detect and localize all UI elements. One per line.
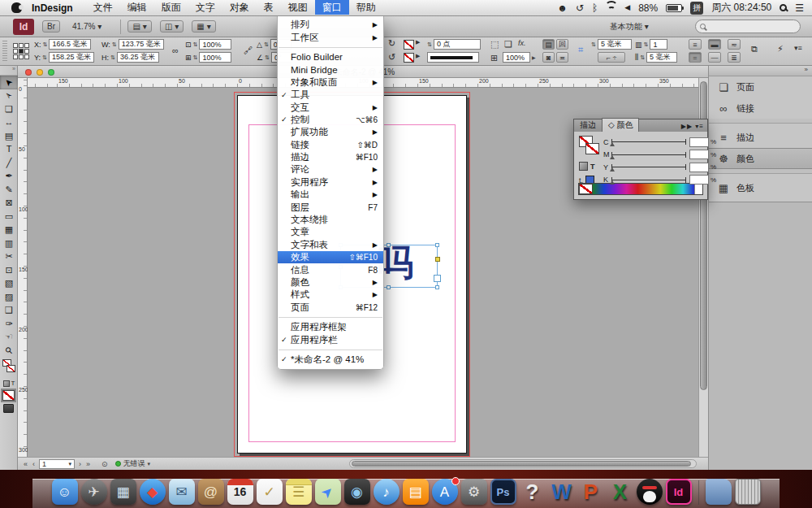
- panel-tab-页面[interactable]: ❏页面: [709, 76, 812, 98]
- type-tool[interactable]: T: [0, 143, 18, 157]
- opacity-icon[interactable]: ⊞: [490, 53, 498, 63]
- gutter-field[interactable]: ⫼⇅5 毫米: [635, 52, 677, 63]
- quick-apply-icon[interactable]: ⚡: [777, 44, 784, 54]
- gradient-feather-tool[interactable]: ▨: [0, 290, 18, 304]
- window-menu-item[interactable]: 文章: [278, 226, 383, 238]
- align-right-button[interactable]: ≂: [728, 39, 741, 50]
- gap-tool[interactable]: ↔: [0, 116, 18, 130]
- panel-dock-collapse[interactable]: »: [709, 66, 812, 76]
- direct-selection-tool[interactable]: ➢: [0, 89, 18, 103]
- fit-content-icon[interactable]: ⧉: [751, 44, 758, 54]
- panel-tab-描边[interactable]: ≡描边: [709, 127, 812, 148]
- panel-tab-颜色[interactable]: ☸颜色: [709, 148, 812, 169]
- page-tool[interactable]: ❏: [0, 102, 18, 116]
- window-menu-item[interactable]: 排列▶: [278, 19, 383, 31]
- fill-color-swatch[interactable]: [404, 40, 414, 50]
- panel-menu-icon[interactable]: ▾≡: [695, 123, 704, 130]
- dock-mail[interactable]: ✉: [169, 479, 195, 505]
- vertical-grid-tool[interactable]: ▥: [0, 237, 18, 250]
- dock-notes[interactable]: ☰: [286, 479, 312, 505]
- dock-contacts[interactable]: @: [198, 479, 224, 505]
- tab-color[interactable]: ◇ 颜色: [602, 118, 639, 132]
- dock-system-preferences[interactable]: ⚙: [461, 479, 487, 505]
- preflight-status[interactable]: 无错误: [123, 458, 145, 469]
- zoom-level-dropdown[interactable]: 41.7%▾: [68, 21, 106, 32]
- window-menu-item[interactable]: Folio Builder: [278, 51, 383, 63]
- reference-point-proxy[interactable]: [13, 43, 29, 59]
- selection-tool[interactable]: ➤: [0, 76, 18, 89]
- window-menu-item[interactable]: 描边⌘F10: [278, 151, 383, 163]
- window-menu-item[interactable]: ✓工具: [278, 89, 383, 101]
- window-menu-item[interactable]: 交互▶: [278, 101, 383, 113]
- stroke-arrow-icon[interactable]: ▶: [416, 53, 420, 59]
- menubar-clock[interactable]: 周六 08:24:50: [711, 1, 771, 15]
- window-menu-item[interactable]: ✓应用程序栏: [278, 333, 383, 345]
- page-number-field[interactable]: 1▾: [39, 459, 75, 469]
- dock-launchpad[interactable]: ✈: [81, 479, 107, 505]
- window-menu-item[interactable]: 应用程序框架: [278, 321, 383, 333]
- panel-collapse-icon[interactable]: ▶▶: [681, 123, 693, 130]
- text-toggle-icon[interactable]: T: [11, 380, 15, 387]
- notification-center-icon[interactable]: ☰: [795, 3, 804, 13]
- corner-radius-field[interactable]: ⇅5 毫米: [591, 39, 632, 50]
- slider-track[interactable]: [611, 141, 686, 142]
- y-position-field[interactable]: Y:⇅ 158.25 毫米: [34, 52, 94, 63]
- gradient-tool[interactable]: ▧: [0, 277, 18, 291]
- eyedropper-tool[interactable]: ✑: [0, 317, 18, 331]
- input-method-badge[interactable]: 拼: [690, 2, 703, 15]
- window-menu-item[interactable]: 工作区▶: [278, 31, 383, 43]
- arrange-documents-button[interactable]: ▦ ▾: [192, 20, 215, 33]
- corner-shape-dropdown[interactable]: ⌐ ÷: [598, 52, 625, 63]
- slider-value-field[interactable]: [689, 175, 709, 185]
- white-swatch[interactable]: [694, 184, 702, 194]
- stroke-type-dropdown[interactable]: [427, 52, 479, 63]
- menubar-item-窗口[interactable]: 窗口: [315, 0, 349, 15]
- text-toggle-icon[interactable]: T: [590, 163, 595, 171]
- dock-mission-control[interactable]: ▦: [110, 479, 136, 505]
- wifi-icon[interactable]: [606, 4, 616, 12]
- container-toggle-icon[interactable]: [579, 162, 588, 171]
- formatting-toggles[interactable]: T: [0, 379, 18, 389]
- last-page-button[interactable]: »: [84, 460, 93, 468]
- dock-word[interactable]: W: [549, 479, 575, 505]
- dock-photo-booth[interactable]: ◉: [344, 479, 370, 505]
- hand-tool[interactable]: ☜: [0, 331, 18, 345]
- menubar-item-视图[interactable]: 视图: [281, 0, 315, 15]
- columns-field[interactable]: ▥⇅1: [635, 39, 667, 50]
- rotate-cw-icon[interactable]: ↻: [388, 38, 395, 49]
- stroke-swatch[interactable]: [585, 143, 599, 154]
- qq-icon[interactable]: ☻: [557, 3, 568, 13]
- window-menu-item[interactable]: 颜色▶: [278, 276, 383, 289]
- screen-mode-button[interactable]: ◫ ▾: [160, 20, 184, 33]
- slider-track[interactable]: [611, 180, 686, 180]
- slider-value-field[interactable]: [689, 137, 709, 147]
- window-menu-item[interactable]: ✓*未命名-2 @ 41%: [278, 354, 383, 366]
- effects-fx-icon[interactable]: fx.: [518, 39, 526, 47]
- window-menu-item[interactable]: 输出▶: [278, 189, 383, 201]
- window-menu-item[interactable]: 对象和版面▶: [278, 76, 383, 89]
- width-field[interactable]: W:⇅ 123.75 毫米: [102, 39, 164, 50]
- dock-downloads-folder[interactable]: [706, 479, 732, 505]
- wrap-none-button[interactable]: ▤: [542, 39, 555, 50]
- dock-indesign[interactable]: Id: [666, 479, 692, 505]
- window-menu-item[interactable]: 评论▶: [278, 163, 383, 176]
- wrap-bounding-button[interactable]: 回: [556, 39, 568, 50]
- dock-unknown-app[interactable]: ?: [520, 479, 546, 505]
- frame-fitting-icon[interactable]: ⌗: [578, 45, 583, 55]
- dock-photoshop[interactable]: Ps: [490, 479, 516, 505]
- height-field[interactable]: H:⇅ 36.25 毫米: [102, 52, 159, 63]
- distribute-h-button[interactable]: ▬: [708, 39, 721, 50]
- align-top-button[interactable]: ≡: [689, 39, 702, 50]
- frame-handle-live-corner[interactable]: [435, 257, 440, 262]
- bridge-button[interactable]: Br: [42, 20, 60, 33]
- dock-finder[interactable]: ☺: [52, 479, 78, 505]
- slider-thumb-icon[interactable]: [610, 180, 615, 185]
- pen-tool[interactable]: ✒: [0, 170, 18, 184]
- panel-tab-色板[interactable]: ▦色板: [709, 177, 812, 198]
- slider-track[interactable]: [611, 167, 686, 167]
- window-menu-item[interactable]: 图层F7: [278, 201, 383, 213]
- rectangle-tool[interactable]: ▭: [0, 210, 18, 224]
- rotate-ccw-icon[interactable]: ↺: [388, 52, 395, 63]
- note-tool[interactable]: ❑: [0, 304, 18, 318]
- panel-grip[interactable]: [2, 41, 7, 63]
